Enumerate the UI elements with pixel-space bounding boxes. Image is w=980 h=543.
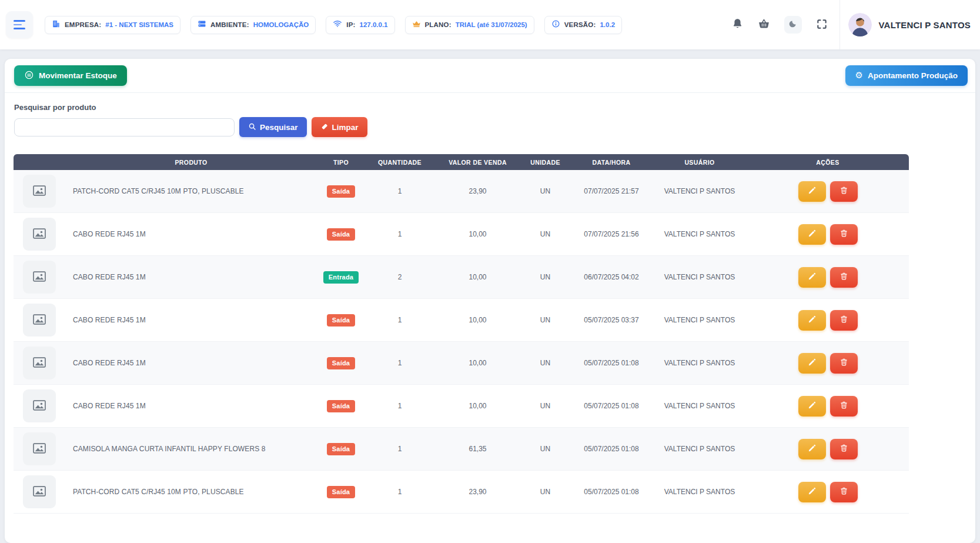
- ambiente-label: AMBIENTE:: [210, 21, 249, 28]
- sale-value: 10,00: [435, 316, 520, 324]
- product-search-input[interactable]: [14, 118, 235, 136]
- delete-button[interactable]: [830, 224, 858, 245]
- trash-icon: [839, 401, 848, 411]
- ip-value: 127.0.0.1: [360, 21, 388, 28]
- row-user-name: VALTENCI P SANTOS: [653, 230, 747, 238]
- sale-value: 10,00: [435, 402, 520, 410]
- search-label: Pesquisar por produto: [14, 103, 966, 112]
- avatar: [848, 13, 872, 36]
- menu-toggle-button[interactable]: [6, 11, 33, 38]
- ambiente-badge: AMBIENTE: HOMOLOGAÇÃO: [190, 16, 316, 34]
- product-image-placeholder: [23, 261, 56, 294]
- datetime-value: 05/07/2025 01:08: [570, 445, 653, 453]
- delete-button[interactable]: [830, 267, 858, 288]
- notifications-button[interactable]: [731, 18, 744, 32]
- circled-lines-icon: [24, 70, 34, 82]
- versao-badge: VERSÃO: 1.0.2: [544, 16, 622, 34]
- trash-icon: [839, 487, 848, 497]
- quantity-value: 1: [364, 359, 435, 367]
- empresa-badge: EMPRESA: #1 - NEXT SISTEMAS: [45, 16, 180, 34]
- ambiente-value: HOMOLOGAÇÃO: [253, 21, 309, 28]
- trash-icon: [839, 186, 848, 196]
- clear-button[interactable]: Limpar: [312, 117, 367, 137]
- edit-button[interactable]: [798, 396, 826, 417]
- datetime-value: 05/07/2025 01:08: [570, 488, 653, 496]
- edit-button[interactable]: [798, 224, 826, 245]
- product-name: CAMISOLA MANGA CURTA INFANTIL HAPPY FLOW…: [65, 445, 317, 453]
- delete-button[interactable]: [830, 310, 858, 331]
- table-body: PATCH-CORD CAT5 C/RJ45 10M PTO, PLUSCABL…: [14, 170, 909, 514]
- delete-button[interactable]: [830, 181, 858, 202]
- sale-value: 10,00: [435, 359, 520, 367]
- tipo-badge: Saída: [327, 357, 355, 369]
- move-stock-button[interactable]: Movimentar Estoque: [14, 65, 127, 86]
- table-row: PATCH-CORD CAT5 C/RJ45 10M PTO, PLUSCABL…: [14, 471, 909, 514]
- sale-value: 61,35: [435, 445, 520, 453]
- delete-button[interactable]: [830, 482, 858, 502]
- row-user-name: VALTENCI P SANTOS: [653, 187, 747, 195]
- image-icon: [32, 269, 47, 286]
- delete-button[interactable]: [830, 396, 858, 417]
- topbar: EMPRESA: #1 - NEXT SISTEMAS AMBIENTE: HO…: [0, 0, 980, 49]
- delete-button[interactable]: [830, 353, 858, 374]
- product-image-placeholder: [23, 218, 56, 251]
- delete-button[interactable]: [830, 439, 858, 459]
- edit-button[interactable]: [798, 310, 826, 331]
- basket-icon: [758, 18, 770, 32]
- edit-button[interactable]: [798, 267, 826, 288]
- product-image-placeholder: [23, 347, 56, 379]
- card-toolbar: Movimentar Estoque ⚙ Apontamento Produçã…: [5, 59, 975, 93]
- product-name: CABO REDE RJ45 1M: [65, 230, 317, 238]
- info-icon: [551, 19, 560, 31]
- image-icon: [32, 312, 47, 329]
- fullscreen-button[interactable]: [816, 18, 828, 32]
- header-quantidade: QUANTIDADE: [364, 159, 435, 166]
- bell-icon: [731, 18, 744, 32]
- product-name: CABO REDE RJ45 1M: [65, 402, 317, 410]
- datetime-value: 06/07/2025 04:02: [570, 273, 653, 281]
- edit-button[interactable]: [798, 439, 826, 459]
- search-button[interactable]: Pesquisar: [239, 117, 307, 137]
- sale-value: 23,90: [435, 488, 520, 496]
- image-icon: [32, 355, 47, 372]
- pencil-icon: [808, 229, 817, 239]
- edit-button[interactable]: [798, 482, 826, 502]
- header-usuario: USUÁRIO: [653, 159, 747, 166]
- datetime-value: 05/07/2025 01:08: [570, 359, 653, 367]
- wifi-icon: [333, 19, 342, 31]
- fullscreen-icon: [816, 18, 828, 32]
- tipo-badge: Saída: [327, 443, 355, 455]
- datetime-value: 05/07/2025 01:08: [570, 402, 653, 410]
- product-image-placeholder: [23, 432, 56, 465]
- tipo-badge: Saída: [327, 486, 355, 498]
- pencil-icon: [808, 487, 817, 497]
- quantity-value: 1: [364, 316, 435, 324]
- pencil-icon: [808, 272, 817, 282]
- ip-badge: IP: 127.0.0.1: [326, 16, 394, 34]
- trash-icon: [839, 229, 848, 239]
- product-image-placeholder: [23, 175, 56, 208]
- edit-button[interactable]: [798, 353, 826, 374]
- production-report-button[interactable]: ⚙ Apontamento Produção: [845, 65, 968, 86]
- plano-badge: PLANO: TRIAL (até 31/07/2025): [405, 16, 534, 34]
- pencil-icon: [808, 401, 817, 411]
- image-icon: [32, 226, 47, 243]
- empresa-value: #1 - NEXT SISTEMAS: [105, 21, 173, 28]
- dark-mode-toggle[interactable]: [784, 16, 802, 34]
- unit-value: UN: [520, 316, 570, 324]
- movements-table: PRODUTO TIPO QUANTIDADE VALOR DE VENDA U…: [14, 154, 909, 514]
- topbar-icons: [731, 16, 828, 34]
- production-report-label: Apontamento Produção: [868, 71, 958, 80]
- image-icon: [32, 183, 47, 200]
- product-name: CABO REDE RJ45 1M: [65, 359, 317, 367]
- product-image-placeholder: [23, 475, 56, 508]
- cart-button[interactable]: [758, 18, 770, 32]
- user-menu[interactable]: VALTENCI P SANTOS: [840, 13, 973, 36]
- trash-icon: [839, 358, 848, 368]
- table-row: CABO REDE RJ45 1M Entrada 2 10,00 UN 06/…: [14, 256, 909, 299]
- image-icon: [32, 484, 47, 501]
- quantity-value: 1: [364, 230, 435, 238]
- user-name: VALTENCI P SANTOS: [879, 20, 971, 30]
- edit-button[interactable]: [798, 181, 826, 202]
- header-tipo: TIPO: [317, 159, 364, 166]
